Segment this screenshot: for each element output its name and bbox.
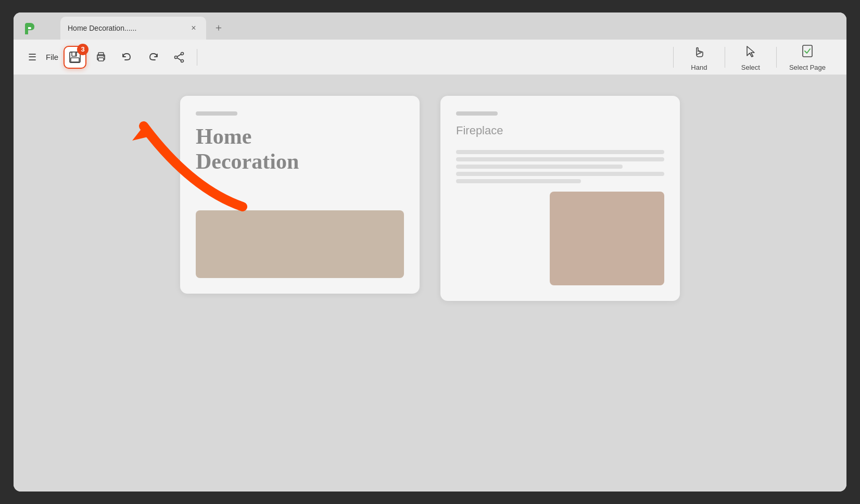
file-menu-label[interactable]: File: [44, 53, 60, 61]
select-page-label: Select Page: [789, 64, 826, 71]
hand-icon: [691, 43, 707, 61]
menu-icon[interactable]: ☰: [24, 52, 41, 63]
hand-label: Hand: [691, 64, 707, 71]
card-top-bar-2: [456, 111, 498, 116]
share-button[interactable]: [168, 46, 191, 69]
page-card-2: Fireplace: [440, 96, 680, 301]
card-image-1: [196, 210, 404, 278]
svg-line-11: [178, 54, 181, 57]
undo-button[interactable]: [116, 46, 138, 69]
redo-button[interactable]: [142, 46, 165, 69]
hand-tool[interactable]: Hand: [676, 39, 723, 75]
svg-point-7: [103, 56, 104, 57]
svg-rect-13: [803, 45, 812, 57]
card-image-right: [550, 192, 664, 285]
canvas-area: Home Decoration Fireplace: [14, 75, 846, 492]
print-button[interactable]: [90, 46, 112, 69]
toolbar: ☰ File 3: [14, 40, 846, 75]
card-line-3: [456, 165, 623, 169]
card-line-1: [456, 150, 664, 154]
tab-bar: Home Decoration...... × +: [14, 12, 846, 40]
svg-rect-5: [98, 53, 104, 56]
svg-point-10: [181, 59, 184, 62]
toolbar-divider-1: [197, 49, 197, 66]
new-tab-button[interactable]: +: [208, 18, 229, 39]
svg-point-8: [181, 52, 184, 55]
toolbar-right-divider-2: [725, 47, 725, 68]
svg-line-12: [178, 58, 181, 60]
card-top-bar-1: [196, 111, 237, 116]
page-card-1: Home Decoration: [180, 96, 420, 294]
select-page-tool[interactable]: Select Page: [779, 39, 836, 75]
share-icon: [173, 51, 185, 64]
print-icon: [95, 51, 107, 64]
active-tab[interactable]: Home Decoration...... ×: [60, 17, 206, 40]
app-window: Home Decoration...... × + ☰ File 3: [14, 12, 846, 492]
svg-point-9: [175, 56, 178, 58]
card-line-2: [456, 157, 664, 161]
app-logo: [21, 20, 40, 39]
card-line-5: [456, 179, 581, 183]
select-icon: [743, 43, 758, 61]
tab-title: Home Decoration......: [68, 24, 136, 32]
card-lines: [456, 150, 664, 183]
redo-icon: [147, 51, 159, 64]
toolbar-right-divider-3: [776, 47, 777, 68]
tab-close-button[interactable]: ×: [188, 23, 199, 33]
badge: 3: [77, 44, 88, 55]
undo-icon: [121, 51, 133, 64]
toolbar-right: Hand Select: [671, 39, 836, 75]
select-page-icon: [800, 43, 815, 61]
svg-rect-2: [71, 58, 79, 62]
card-title-2: Fireplace: [456, 124, 664, 137]
card-line-4: [456, 172, 664, 176]
toolbar-right-divider-1: [673, 47, 674, 68]
select-tool[interactable]: Select: [727, 39, 774, 75]
save-button[interactable]: 3: [64, 46, 86, 69]
card-title-1: Home Decoration: [196, 124, 404, 174]
svg-rect-6: [98, 58, 104, 61]
select-label: Select: [741, 64, 760, 71]
